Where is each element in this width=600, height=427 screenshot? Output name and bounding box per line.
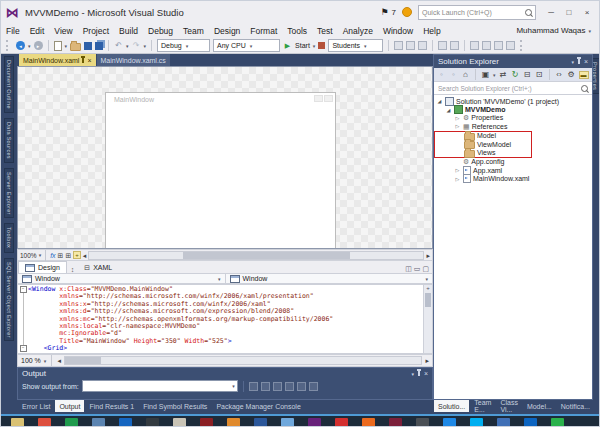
panel-tab-class-vi[interactable]: Class Vi... xyxy=(496,400,522,412)
taskbar-skype-icon[interactable] xyxy=(470,418,483,427)
output-title-bar[interactable]: Output ▾ × xyxy=(18,368,432,379)
vertical-split-icon[interactable]: ◫ xyxy=(405,265,412,273)
designer-zoom-dropdown[interactable]: 100% xyxy=(20,252,37,259)
se-properties-icon[interactable]: ⚙ xyxy=(567,70,576,80)
taskbar-office-icon[interactable] xyxy=(362,418,375,427)
menu-test[interactable]: Test xyxy=(312,26,338,36)
panel-menu-caret-icon[interactable]: ▾ xyxy=(571,59,574,65)
collapse-pane-icon[interactable]: ▢ xyxy=(422,265,429,273)
output-toolbar-icon-2[interactable] xyxy=(261,382,270,391)
notifications-flag-icon[interactable]: ⚑ xyxy=(380,7,388,17)
se-preview-icon[interactable]: ⊡ xyxy=(535,70,544,80)
outlining-margin[interactable] xyxy=(18,301,28,308)
swap-panes-icon[interactable]: ↕ xyxy=(67,266,79,273)
tree-item-references[interactable]: ▷▦References xyxy=(434,122,592,130)
tree-item-app-xaml[interactable]: ▷App.xaml xyxy=(434,166,592,174)
panel-tab-notifica[interactable]: Notifica... xyxy=(557,400,594,412)
menu-view[interactable]: View xyxy=(49,26,77,36)
menu-help[interactable]: Help xyxy=(418,26,445,36)
se-forward-icon[interactable]: ◦ xyxy=(449,70,458,80)
close-button[interactable]: × xyxy=(578,5,596,20)
tree-item-model[interactable]: Model xyxy=(435,132,531,140)
panel-tab-error-list[interactable]: Error List xyxy=(18,400,54,412)
menu-edit[interactable]: Edit xyxy=(25,26,50,36)
uncomment-icon[interactable] xyxy=(450,41,459,50)
collapse-toggle-icon[interactable]: − xyxy=(20,286,27,293)
taskbar-mail-icon[interactable] xyxy=(551,418,564,427)
taskbar-edge-icon[interactable] xyxy=(443,418,456,427)
outlining-margin[interactable] xyxy=(18,338,28,345)
xaml-code-editor[interactable]: −<Window x:Class="MVVMDemo.MainWindow" x… xyxy=(17,284,433,354)
editor-zoom-dropdown[interactable]: 100 % xyxy=(21,357,41,364)
menu-format[interactable]: Format xyxy=(245,26,282,36)
save-icon[interactable] xyxy=(84,42,92,50)
panel-tab-package-manager-console[interactable]: Package Manager Console xyxy=(212,400,304,412)
panel-tab-model[interactable]: Model... xyxy=(523,400,556,412)
se-back-icon[interactable]: ◦ xyxy=(437,70,446,80)
solution-explorer-title-bar[interactable]: Solution Explorer ▾ × xyxy=(434,55,592,68)
effects-toggle-icon[interactable]: fx xyxy=(50,252,55,259)
panel-tab-output[interactable]: Output xyxy=(55,400,84,412)
taskbar-terminal-icon[interactable] xyxy=(146,418,159,427)
output-source-dropdown[interactable]: ▾ xyxy=(82,380,238,392)
pin-icon[interactable] xyxy=(418,371,420,376)
close-icon[interactable]: × xyxy=(584,58,588,65)
se-collapse-all-icon[interactable]: ⊟ xyxy=(523,70,532,80)
solution-configuration-dropdown[interactable]: Debug ▾ xyxy=(157,39,210,52)
bookmark-icon-4[interactable] xyxy=(506,41,515,50)
taskbar-adobe-icon[interactable] xyxy=(335,418,348,427)
taskbar-settings-icon[interactable] xyxy=(497,418,510,427)
horizontal-split-icon[interactable]: ▭ xyxy=(414,265,421,273)
expanded-arrow-icon[interactable]: ◢ xyxy=(445,107,452,113)
menu-analyze[interactable]: Analyze xyxy=(338,26,378,36)
panel-tab-solutio[interactable]: Solutio... xyxy=(434,400,469,412)
taskbar-database-icon[interactable] xyxy=(416,418,429,427)
se-scope-icon[interactable]: ▣ xyxy=(481,70,490,80)
outlining-margin[interactable]: − xyxy=(18,286,28,293)
collapsed-arrow-icon[interactable]: ▷ xyxy=(454,176,461,182)
start-button[interactable]: Start xyxy=(295,42,310,49)
bookmark-icon-1[interactable] xyxy=(470,41,479,50)
bookmark-icon-3[interactable] xyxy=(494,41,503,50)
undo-icon[interactable]: ↶ xyxy=(114,41,123,51)
se-home-icon[interactable]: ⌂ xyxy=(461,70,470,80)
side-tab-sql-server-object-explorer[interactable]: SQL Server Object Explorer xyxy=(4,258,14,342)
taskbar-chrome-icon[interactable] xyxy=(38,418,51,427)
solution-platform-dropdown[interactable]: Any CPU ▾ xyxy=(213,39,280,52)
designer-window-preview[interactable]: MainWindow xyxy=(105,92,336,249)
se-sync-active-document-icon[interactable]: ⇄ xyxy=(499,70,508,80)
editor-horizontal-scrollbar[interactable] xyxy=(64,356,423,365)
outlining-margin[interactable] xyxy=(18,308,28,315)
se-view-code-icon[interactable]: ‹› xyxy=(555,70,564,80)
scroll-right-icon[interactable]: ▸ xyxy=(426,251,430,260)
taskbar-folder-icon[interactable] xyxy=(11,418,24,427)
pin-icon[interactable] xyxy=(578,59,580,64)
taskbar-outlook-icon[interactable] xyxy=(119,418,132,427)
menu-team[interactable]: Team xyxy=(178,26,209,36)
output-toolbar-icon-3[interactable] xyxy=(273,382,282,391)
output-toolbar-icon-5[interactable] xyxy=(297,382,306,391)
snapping-toggle-icon[interactable]: + xyxy=(73,251,81,259)
scroll-right-icon[interactable]: ▸ xyxy=(425,356,429,365)
editor-format-icon-1[interactable] xyxy=(394,41,403,50)
comment-icon[interactable] xyxy=(438,41,447,50)
menu-tools[interactable]: Tools xyxy=(282,26,312,36)
browser-profile-icon[interactable] xyxy=(318,42,325,49)
collapse-toggle-icon[interactable]: − xyxy=(20,345,27,352)
taskbar-word-icon[interactable] xyxy=(254,418,267,427)
nav-forward-icon[interactable]: ▸ xyxy=(34,41,43,50)
maximize-button[interactable]: □ xyxy=(560,5,578,20)
open-file-icon[interactable] xyxy=(70,43,81,51)
output-toolbar-icon-1[interactable] xyxy=(249,382,258,391)
start-debug-icon[interactable]: ▶ xyxy=(283,41,292,51)
tree-item-views[interactable]: Views xyxy=(435,148,531,156)
outlining-margin[interactable]: − xyxy=(18,345,28,352)
tree-item-properties[interactable]: ▷⚙Properties xyxy=(434,114,592,122)
taskbar-printer-icon[interactable] xyxy=(173,418,186,427)
expanded-arrow-icon[interactable]: ◢ xyxy=(436,98,443,104)
code-vertical-scrollbar[interactable]: + xyxy=(423,285,432,353)
new-item-icon[interactable] xyxy=(54,41,62,51)
menu-design[interactable]: Design xyxy=(209,26,245,36)
taskbar-media-icon[interactable] xyxy=(200,418,213,427)
solution-explorer-search-input[interactable]: Search Solution Explorer (Ctrl+;) xyxy=(434,81,592,95)
